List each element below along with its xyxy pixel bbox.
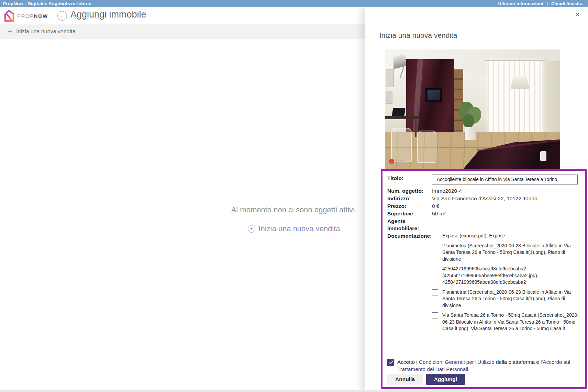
- doc-checkbox[interactable]: [432, 312, 438, 318]
- photo-plant: [463, 114, 474, 128]
- photo-tv-screen: [428, 90, 440, 100]
- doc-checkbox[interactable]: [432, 243, 438, 249]
- form-actions: Annulla Aggiungi: [387, 374, 465, 385]
- photo-ghost-chair: [391, 128, 412, 162]
- doc-label: 42504271999605abea98efd9cebcaba2 (425042…: [442, 266, 580, 286]
- consent-middle: della piattaforma e: [495, 359, 541, 365]
- panel-title: Inizia una nuova vendita: [379, 31, 457, 40]
- form-row-agente: Agente immobiliare:: [387, 217, 580, 232]
- back-button[interactable]: ←: [57, 11, 67, 21]
- consent-row: Accetto i Condizioni Generali per l'Util…: [387, 358, 582, 373]
- brand-now: NOW: [34, 13, 48, 19]
- indirizzo-value: Via San Francesco d'Assisi 22, 10122 Tor…: [432, 195, 580, 202]
- property-photo: ⌂ casa.it: [385, 49, 560, 169]
- propnow-logo: PROPNOW: [4, 10, 48, 22]
- casa-it-label: casa.it: [396, 159, 406, 164]
- window-titlebar: PropNow - Digitales Angebotsverfahren Ul…: [0, 0, 588, 7]
- titlebar-links: Ulteriori informazioni | Chiudi finestra: [498, 1, 588, 6]
- back-arrow-icon: ←: [60, 13, 65, 19]
- agente-label: Agente immobiliare:: [387, 217, 432, 232]
- consent-checkbox[interactable]: [387, 359, 394, 366]
- consent-text: Accetto i Condizioni Generali per l'Util…: [397, 358, 582, 373]
- doc-label: Expose (expose.pdf), Exposé: [442, 233, 580, 239]
- close-panel-icon[interactable]: ✕: [575, 11, 580, 19]
- more-info-link[interactable]: Ulteriori informazioni: [498, 1, 543, 6]
- photo-ghost-chair: [417, 131, 436, 163]
- check-icon: [389, 360, 393, 365]
- page-title: Aggiungi immobile: [70, 9, 146, 20]
- doc-checkbox[interactable]: [432, 266, 438, 272]
- photo-right-wall: [542, 61, 560, 144]
- cancel-button[interactable]: Annulla: [387, 374, 423, 385]
- brand-wordmark: PROPNOW: [17, 13, 48, 19]
- propnow-logo-icon: [4, 10, 14, 22]
- documentation-list: Expose (expose.pdf), Exposé Planimetria …: [432, 232, 580, 335]
- form-row-indirizzo: Indirizzo: Via San Francesco d'Assisi 22…: [387, 195, 580, 202]
- superficie-value: 50 m²: [432, 210, 580, 217]
- list-item: 42504271999605abea98efd9cebcaba2 (425042…: [432, 266, 580, 286]
- form-row-superficie: Superficie: 50 m²: [387, 210, 580, 217]
- photo-laptop: [392, 108, 405, 116]
- photo-artwork: [386, 91, 392, 104]
- photo-curtain: [488, 61, 542, 142]
- photo-desk-leg: [415, 119, 417, 137]
- list-item: Via Santa Teresa 26 a Torino - 50mq Casa…: [432, 312, 580, 332]
- form-row-num-oggetto: Num. oggetto: Immo2020-4: [387, 187, 580, 194]
- prezzo-label: Prezzo:: [387, 202, 432, 210]
- close-window-link[interactable]: Chiudi finestra: [551, 1, 583, 6]
- titolo-label: Titolo:: [387, 175, 432, 187]
- app-window: PropNow - Digitales Angebotsverfahren Ul…: [0, 0, 588, 392]
- doc-label: Via Santa Teresa 26 a Torino - 50mq Casa…: [442, 312, 580, 332]
- photo-shelf: [454, 69, 463, 135]
- doc-checkbox[interactable]: [432, 289, 438, 295]
- form-row-prezzo: Prezzo: 0 €: [387, 202, 580, 210]
- consent-prefix: Accetto i: [397, 359, 419, 365]
- list-item: Planimetria (Screenshot_2020-06-23 Biloc…: [432, 243, 580, 263]
- doc-label: Planimetria (Screenshot_2020-06-23 Biloc…: [442, 243, 580, 263]
- new-sale-panel: ✕ Inizia una nuova vendita: [365, 7, 588, 392]
- photo-artwork: [386, 69, 394, 87]
- list-item: Expose (expose.pdf), Exposé: [432, 233, 580, 239]
- add-button[interactable]: Aggiungi: [426, 374, 465, 385]
- indirizzo-label: Indirizzo:: [387, 195, 432, 202]
- new-sale-link-label: Inizia una nuova vendita: [258, 224, 340, 233]
- photo-desk: [385, 116, 419, 119]
- new-sale-toolbar-label: Inizia una nuova vendita: [16, 29, 76, 35]
- doc-label: Planimetria (Screenshot_2020-06-23 Biloc…: [442, 289, 580, 309]
- photo-vase: [540, 151, 546, 161]
- superficie-label: Superficie:: [387, 210, 432, 217]
- photo-planter: [465, 127, 476, 140]
- photo-floor-lamp: [511, 76, 529, 89]
- num-oggetto-value: Immo2020-4: [432, 187, 580, 194]
- agente-value: [432, 217, 580, 232]
- doc-checkbox[interactable]: [432, 233, 438, 239]
- form-row-titolo: Titolo:: [387, 175, 580, 187]
- plus-icon: +: [8, 27, 12, 35]
- terms-link[interactable]: Condizioni Generali per l'Utilizzo: [419, 359, 495, 365]
- property-form: Titolo: Num. oggetto: Immo2020-4 Indiriz…: [381, 169, 587, 389]
- circle-plus-icon: +: [248, 225, 255, 233]
- brand-prop: PROP: [17, 13, 34, 19]
- prezzo-value: 0 €: [432, 202, 580, 210]
- titlebar-separator: |: [546, 1, 548, 6]
- window-title: PropNow - Digitales Angebotsverfahren: [0, 1, 91, 6]
- casa-it-icon: ⌂: [389, 159, 394, 164]
- titolo-input[interactable]: [432, 175, 578, 184]
- form-row-documentazione: Documentazione: Expose (expose.pdf), Exp…: [387, 232, 580, 335]
- list-item: Planimetria (Screenshot_2020-06-23 Biloc…: [432, 289, 580, 309]
- documentazione-label: Documentazione:: [387, 232, 432, 335]
- num-oggetto-label: Num. oggetto:: [387, 187, 432, 194]
- casa-it-watermark: ⌂ casa.it: [389, 159, 406, 164]
- bottom-strip: [0, 390, 588, 392]
- new-sale-toolbar-button[interactable]: + Inizia una nuova vendita: [8, 28, 76, 35]
- photo-curtain-rod: [485, 60, 545, 61]
